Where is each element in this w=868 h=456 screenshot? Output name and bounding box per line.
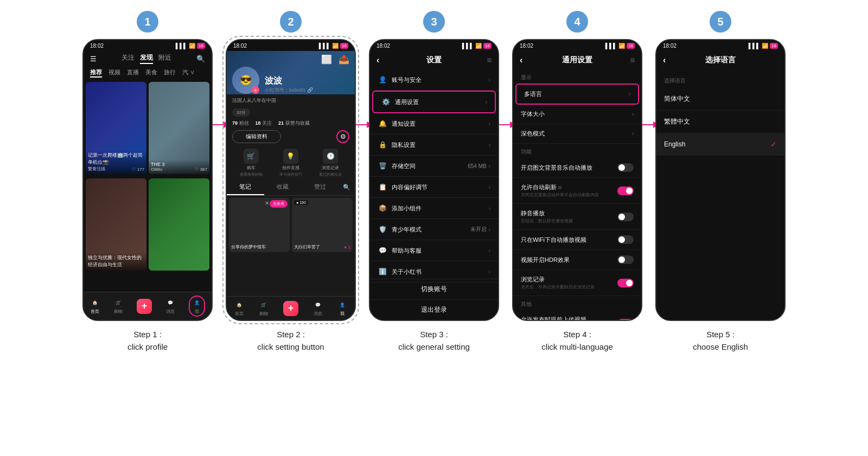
- logout-button[interactable]: 退出登录: [370, 299, 498, 320]
- lang-traditional-chinese[interactable]: 繁體中文: [656, 111, 784, 133]
- bottom-nav-messages-2[interactable]: 💬 消息: [313, 300, 323, 317]
- back-button-3[interactable]: ‹: [376, 55, 379, 65]
- settings-item-teen[interactable]: 🛡️ 青少年模式 未开启 ›: [370, 219, 498, 240]
- settings-item-storage[interactable]: 🗑️ 存储空间 654 MB ›: [370, 156, 498, 177]
- dark-mode-item[interactable]: 深色模式 ›: [513, 124, 641, 144]
- step-5: 5 18:02 ▌▌▌ 📶 16 ‹ 选择语言 选择语言: [655, 11, 786, 353]
- profile-icon: 👤: [192, 298, 202, 307]
- profile-icon-2: 👤: [337, 300, 347, 310]
- bottom-nav-profile[interactable]: 👤 我: [189, 296, 205, 317]
- step-4-badge: 4: [566, 11, 588, 33]
- bottom-nav-shop[interactable]: 🛒 购物: [113, 298, 123, 314]
- edit-profile-button[interactable]: 编辑资料: [232, 130, 281, 143]
- settings-item-notification[interactable]: 🔔 通知设置 ›: [370, 113, 498, 134]
- screen-5: 18:02 ▌▌▌ 📶 16 ‹ 选择语言 选择语言 简体中文: [656, 40, 784, 320]
- screen1-tabs: 推荐 视频 直播 美食 旅行 汽 ∨: [84, 66, 212, 80]
- user-avatar: 😎 +: [232, 67, 259, 94]
- lang-simplified-chinese[interactable]: 简体中文: [656, 88, 784, 111]
- hdr-item[interactable]: 视频开启HDR效果: [513, 250, 641, 270]
- step-5-phone: 18:02 ▌▌▌ 📶 16 ‹ 选择语言 选择语言 简体中文: [655, 39, 786, 321]
- bottom-nav-1: 🏠 首页 🛒 购物 + 💬 消息 👤 我: [84, 292, 212, 320]
- settings-item-widgets[interactable]: 📦 添加小组件 ›: [370, 198, 498, 219]
- privacy-icon: 🔒: [378, 140, 387, 150]
- go-publish-badge[interactable]: 去发布: [270, 200, 288, 208]
- tab-liked[interactable]: 赞过: [301, 179, 339, 195]
- profile-features: 🛒 购车 查看推荐好物 💡 创作灵感 学习创作技巧 🕑 浏览记录: [227, 146, 355, 179]
- settings-list: 👤 账号与安全 › ⚙️ 通用设置 ›: [370, 69, 498, 282]
- silent-play-item[interactable]: 静音播放 启动后，默认静音播放视频: [513, 204, 641, 230]
- card-3: 独立与优雅：现代女性的经济自由与生活: [86, 178, 146, 271]
- step-3-label: Step 3 : click general setting: [398, 329, 470, 353]
- wifi-only-toggle[interactable]: [617, 235, 634, 244]
- step-2-label: Step 2 : click setting button: [257, 329, 324, 353]
- settings-title: 设置: [426, 55, 442, 65]
- browse-history-toggle[interactable]: [617, 279, 634, 287]
- profile-grid: 分享你的梦中情车 ✕ 去发布 大白们辛苦了 ♥ 5 ● 190: [227, 198, 355, 252]
- home-icon-2: 🏠: [234, 300, 244, 310]
- status-bar-4: 18:02 ▌▌▌ 📶 16: [513, 40, 641, 51]
- screen-4: 18:02 ▌▌▌ 📶 16 ‹ 通用设置 显示: [513, 40, 641, 320]
- multilang-item[interactable]: 多语言 ›: [515, 84, 639, 105]
- hdr-toggle[interactable]: [617, 255, 634, 264]
- font-size-item[interactable]: 字体大小 ›: [513, 105, 641, 124]
- status-bar-3: 18:02 ▌▌▌ 📶 16: [370, 40, 498, 51]
- preupload-toggle[interactable]: [617, 319, 634, 320]
- general-icon: ⚙️: [381, 97, 391, 107]
- step-4-phone: 18:02 ▌▌▌ 📶 16 ‹ 通用设置 显示: [512, 39, 642, 321]
- tab-favorites[interactable]: 收藏: [264, 179, 302, 195]
- step-1: 1 18:02 ▌▌▌ 📶 16 ☰ 关注 发现 附近: [82, 11, 213, 353]
- bottom-nav-shop-2[interactable]: 🛒 购物: [259, 300, 269, 317]
- tab-notes[interactable]: 笔记: [227, 179, 264, 195]
- wifi-only-item[interactable]: 只在WiFi下自动播放视频: [513, 230, 641, 250]
- settings-item-account[interactable]: 👤 账号与安全 ›: [370, 69, 498, 91]
- message-icon: 💬: [165, 298, 175, 307]
- settings-item-content[interactable]: 📋 内容偏好调节 ›: [370, 177, 498, 198]
- plus-button-2[interactable]: +: [283, 301, 298, 316]
- step-3-phone: 18:02 ▌▌▌ 📶 16 ‹ 设置 👤: [369, 39, 499, 321]
- about-icon: ℹ️: [378, 267, 387, 277]
- screen-1: 18:02 ▌▌▌ 📶 16 ☰ 关注 发现 附近 🔍: [84, 40, 212, 320]
- back-button-4[interactable]: ‹: [520, 55, 522, 65]
- language-section-label: 选择语言: [656, 74, 784, 88]
- bg-music-toggle[interactable]: [617, 163, 634, 172]
- card-2: THE 3 Oilllllo ♡ 387: [149, 82, 209, 174]
- bg-music-item[interactable]: 开启图文背景音乐自动播放: [513, 158, 641, 178]
- back-button-5[interactable]: ‹: [663, 55, 666, 65]
- account-icon: 👤: [378, 75, 387, 85]
- function-section: 功能: [513, 144, 641, 158]
- profile-badge: 32分: [232, 108, 250, 117]
- browse-history-item[interactable]: 浏览记录 关闭后，不再记录并删除历史浏览记录: [513, 270, 641, 296]
- settings-item-privacy[interactable]: 🔒 隐私设置 ›: [370, 134, 498, 156]
- bottom-nav-messages[interactable]: 💬 消息: [165, 298, 175, 314]
- plus-button[interactable]: +: [137, 299, 152, 314]
- bottom-nav-home-2[interactable]: 🏠 首页: [234, 300, 244, 317]
- preupload-item[interactable]: 允许发布时提前上传视频 开启可减少视频发布的等待时长: [513, 310, 641, 320]
- auto-refresh-toggle[interactable]: [617, 187, 634, 195]
- avatar-plus-icon: +: [252, 86, 259, 94]
- lang-english[interactable]: English ✓: [656, 133, 784, 156]
- profile-id: 小红书号：bobo91 🔗: [265, 87, 313, 94]
- settings-item-help[interactable]: 💬 帮助与客服 ›: [370, 240, 498, 261]
- settings-gear-button[interactable]: ⚙: [336, 130, 349, 143]
- profile-card-1: 分享你的梦中情车 ✕ 去发布: [229, 198, 290, 252]
- profile-username: 波波: [265, 75, 313, 87]
- step-2-badge: 2: [280, 11, 302, 33]
- content-icon: 📋: [378, 182, 387, 192]
- language-list: 选择语言 简体中文 繁體中文 English ✓: [656, 69, 784, 160]
- status-bar-5: 18:02 ▌▌▌ 📶 16: [656, 40, 784, 51]
- step-2-phone: 18:02 ▌▌▌ 📶 16 ⬜ 📤: [226, 39, 356, 321]
- step-5-label: Step 5 : choose English: [693, 329, 748, 353]
- profile-header: ⬜ 📤 😎 + 波波 小红书号：bobo91 🔗: [227, 51, 355, 143]
- step-1-badge: 1: [137, 11, 158, 33]
- bottom-nav-profile-2[interactable]: 👤 我: [337, 300, 347, 317]
- status-bar-2: 18:02 ▌▌▌ 📶 16: [227, 40, 355, 51]
- settings-item-general[interactable]: ⚙️ 通用设置 ›: [372, 91, 496, 113]
- avatar-row: 😎 + 波波 小红书号：bobo91 🔗: [232, 67, 349, 94]
- auto-refresh-item[interactable]: 允许自动刷新 关闭后启重新启动外将不会自动刷新内容: [513, 178, 641, 204]
- teen-icon: 🛡️: [378, 224, 387, 234]
- followers-row: 79 粉丝 18 关注 21 获赞与收藏: [232, 120, 349, 127]
- tab-search[interactable]: 🔍: [339, 179, 355, 195]
- switch-account-button[interactable]: 切换账号: [370, 279, 498, 299]
- silent-play-toggle[interactable]: [617, 213, 634, 221]
- bottom-nav-home[interactable]: 🏠 首页: [90, 298, 100, 314]
